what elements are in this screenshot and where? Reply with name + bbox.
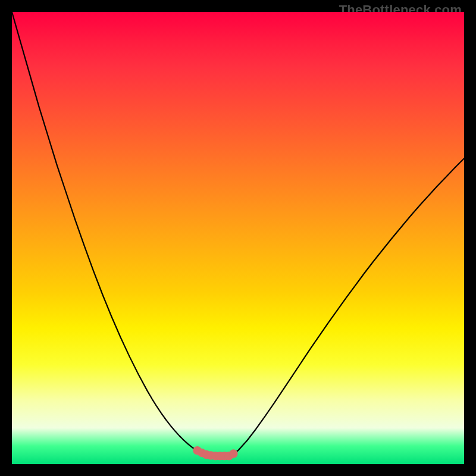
highlight-marker <box>229 449 237 458</box>
bottleneck-curve <box>12 12 464 456</box>
chart-frame: TheBottleneck.com <box>0 0 476 476</box>
plot-area <box>12 12 464 464</box>
curve-layer <box>12 12 464 464</box>
